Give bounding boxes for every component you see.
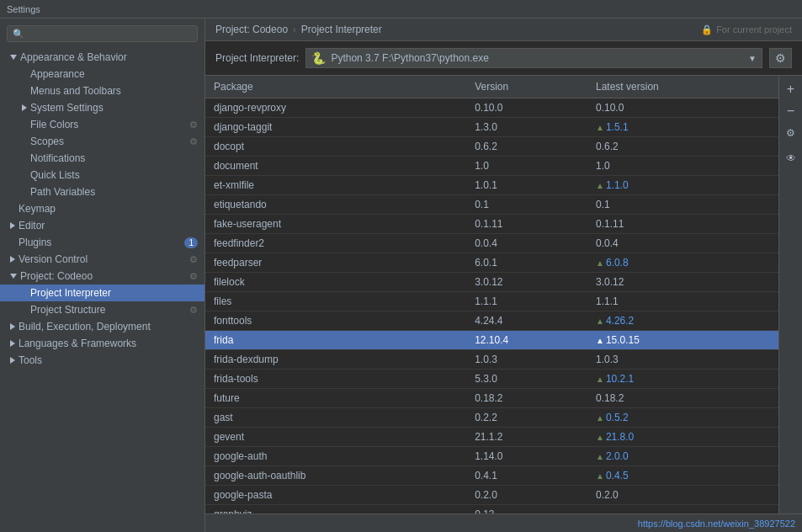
cell-latest: ▲0.4.5 [587, 466, 778, 486]
breadcrumb-arrow: › [293, 24, 296, 35]
triangle-right-icon [10, 222, 15, 229]
sidebar-item-quick-lists[interactable]: Quick Lists [0, 167, 204, 184]
cell-latest: ▲1.5.1 [587, 118, 778, 137]
table-row[interactable]: fonttools 4.24.4 ▲4.26.2 [205, 311, 778, 331]
cell-package: gevent [205, 428, 466, 447]
table-row[interactable]: docopt 0.6.2 0.6.2 [205, 137, 778, 157]
cell-version: 0.4.1 [466, 466, 587, 486]
sidebar-item-appearance[interactable]: Appearance [0, 66, 204, 82]
cell-version: 0.1 [466, 195, 587, 215]
settings-button[interactable]: ⚙ [781, 123, 801, 143]
cell-version: 1.0.1 [466, 176, 587, 195]
table-row[interactable]: files 1.1.1 1.1.1 [205, 292, 778, 311]
breadcrumb-project-label: For current project [716, 24, 792, 35]
table-row[interactable]: google-auth 1.14.0 ▲2.0.0 [205, 447, 778, 466]
sidebar-item-label: Build, Execution, Deployment [19, 321, 198, 332]
table-row[interactable]: gevent 21.1.2 ▲21.8.0 [205, 428, 778, 447]
content-area: Project: Codeoo › Project Interpreter 🔒 … [205, 19, 802, 532]
interpreter-gear-button[interactable]: ⚙ [769, 48, 792, 68]
sidebar-item-plugins[interactable]: Plugins1 [0, 234, 204, 251]
remove-package-button[interactable]: − [781, 101, 801, 121]
table-scroll[interactable]: Package Version Latest version django-re… [205, 76, 778, 513]
table-row[interactable]: feedparser 6.0.1 ▲6.0.8 [205, 253, 778, 273]
cell-latest [587, 505, 778, 514]
table-row[interactable]: et-xmlfile 1.0.1 ▲1.1.0 [205, 176, 778, 195]
settings-small-icon: ⚙ [189, 136, 198, 147]
sidebar-item-project-interpreter[interactable]: Project Interpreter [0, 285, 204, 301]
sidebar-item-label: Tools [19, 354, 198, 366]
table-row[interactable]: frida-tools 5.3.0 ▲10.2.1 [205, 370, 778, 389]
cell-latest: ▲21.8.0 [587, 428, 778, 447]
table-row[interactable]: future 0.18.2 0.18.2 [205, 389, 778, 408]
sidebar-item-version-control[interactable]: Version Control⚙ [0, 251, 204, 268]
sidebar-item-label: Appearance [30, 68, 198, 80]
table-row[interactable]: django-taggit 1.3.0 ▲1.5.1 [205, 118, 778, 137]
col-version: Version [466, 76, 587, 98]
sidebar-item-editor[interactable]: Editor [0, 217, 204, 234]
up-arrow-icon: ▲ [596, 336, 604, 345]
table-row[interactable]: frida-dexdump 1.0.3 1.0.3 [205, 350, 778, 370]
table-row[interactable]: filelock 3.0.12 3.0.12 [205, 273, 778, 292]
up-arrow-icon: ▲ [596, 375, 604, 384]
table-row[interactable]: fake-useragent 0.1.11 0.1.11 [205, 215, 778, 234]
search-input[interactable] [7, 25, 198, 42]
sidebar-item-languages-frameworks[interactable]: Languages & Frameworks [0, 335, 204, 352]
sidebar-item-file-colors[interactable]: File Colors⚙ [0, 116, 204, 133]
up-arrow-icon: ▲ [596, 181, 604, 190]
interpreter-value: Python 3.7 F:\Python37\python.exe [331, 52, 488, 64]
sidebar-item-label: Project Structure [30, 304, 186, 316]
cell-version: 5.3.0 [466, 370, 587, 389]
table-row[interactable]: etiquetando 0.1 0.1 [205, 195, 778, 215]
cell-package: gast [205, 408, 466, 428]
cell-latest: ▲10.2.1 [587, 370, 778, 389]
table-row[interactable]: frida 12.10.4 ▲15.0.15 [205, 331, 778, 350]
eye-button[interactable]: 👁 [781, 148, 801, 168]
table-row[interactable]: django-revproxy 0.10.0 0.10.0 [205, 98, 778, 118]
breadcrumb-current: Project Interpreter [301, 24, 382, 35]
sidebar-item-tools[interactable]: Tools [0, 352, 204, 369]
sidebar-item-scopes[interactable]: Scopes⚙ [0, 133, 204, 150]
status-bar: https://blog.csdn.net/weixin_38927522 [205, 513, 802, 532]
up-arrow-icon: ▲ [596, 471, 604, 481]
table-row[interactable]: graphviz 0.13 [205, 505, 778, 514]
sidebar-item-menus-toolbars[interactable]: Menus and Toolbars [0, 82, 204, 99]
table-row[interactable]: feedfinder2 0.0.4 0.0.4 [205, 234, 778, 253]
add-package-button[interactable]: + [781, 79, 801, 99]
cell-package: graphviz [205, 505, 466, 514]
sidebar-item-label: File Colors [30, 119, 186, 130]
triangle-down-icon [10, 274, 17, 279]
sidebar-item-project-codeoo[interactable]: Project: Codeoo⚙ [0, 268, 204, 285]
table-row[interactable]: google-auth-oauthlib 0.4.1 ▲0.4.5 [205, 466, 778, 486]
sidebar-item-path-variables[interactable]: Path Variables [0, 184, 204, 200]
cell-package: google-pasta [205, 486, 466, 505]
sidebar-item-keymap[interactable]: Keymap [0, 200, 204, 217]
cell-version: 1.0 [466, 157, 587, 176]
sidebar-item-appearance-behavior[interactable]: Appearance & Behavior [0, 49, 204, 66]
settings-small-icon: ⚙ [189, 254, 198, 265]
table-row[interactable]: document 1.0 1.0 [205, 157, 778, 176]
cell-package: django-revproxy [205, 98, 466, 118]
sidebar-item-label: Appearance & Behavior [20, 51, 198, 63]
triangle-right-icon [10, 357, 15, 364]
table-row[interactable]: gast 0.2.2 ▲0.5.2 [205, 408, 778, 428]
cell-version: 0.18.2 [466, 389, 587, 408]
breadcrumb-parent: Project: Codeoo [215, 24, 288, 35]
interpreter-select[interactable]: 🐍 Python 3.7 F:\Python37\python.exe ▼ [305, 48, 762, 68]
cell-version: 0.6.2 [466, 137, 587, 157]
table-row[interactable]: google-pasta 0.2.0 0.2.0 [205, 486, 778, 505]
up-arrow-icon: ▲ [596, 413, 604, 423]
cell-package: docopt [205, 137, 466, 157]
sidebar-item-notifications[interactable]: Notifications [0, 150, 204, 167]
cell-package: frida-dexdump [205, 350, 466, 370]
triangle-right-icon [22, 104, 27, 111]
sidebar: Appearance & BehaviorAppearanceMenus and… [0, 19, 205, 532]
sidebar-item-system-settings[interactable]: System Settings [0, 99, 204, 116]
sidebar-item-build-execution[interactable]: Build, Execution, Deployment [0, 318, 204, 335]
sidebar-item-project-structure[interactable]: Project Structure⚙ [0, 301, 204, 318]
table-container: Package Version Latest version django-re… [205, 76, 802, 513]
cell-version: 12.10.4 [466, 331, 587, 350]
settings-small-icon: ⚙ [189, 120, 198, 130]
title-bar-text: Settings [7, 4, 40, 14]
triangle-down-icon [10, 55, 17, 60]
breadcrumb-project: 🔒 For current project [701, 24, 792, 35]
